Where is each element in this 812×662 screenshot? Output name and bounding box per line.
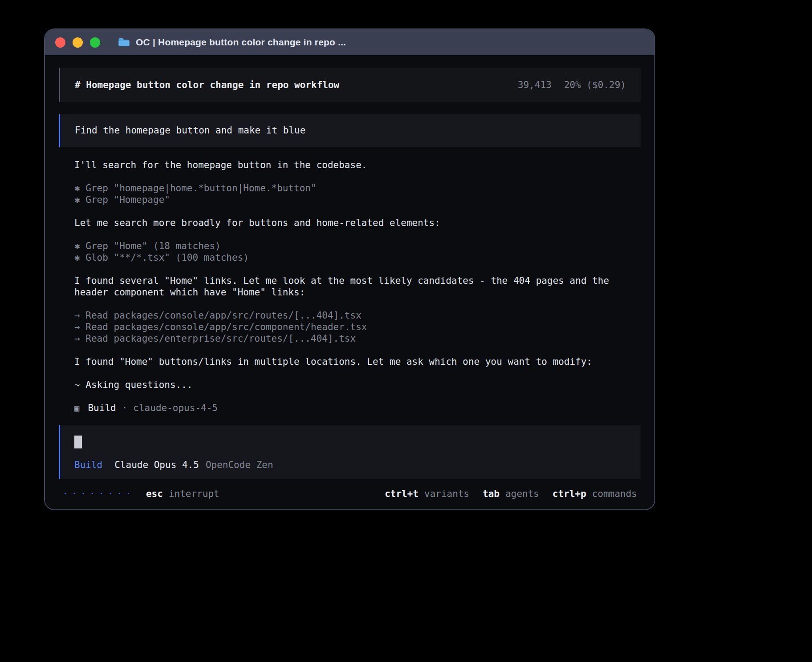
- spinner-dots-icon: ········: [62, 488, 134, 499]
- status-right: ctrl+t variants tab agents ctrl+p comman…: [371, 488, 637, 499]
- session-title: # Homepage button color change in repo w…: [75, 80, 339, 90]
- agent-icon: ▣: [74, 402, 79, 414]
- traffic-lights: [55, 37, 107, 48]
- assistant-text-broaden: Let me search more broadly for buttons a…: [74, 217, 641, 229]
- window-titlebar[interactable]: OC | Homepage button color change in rep…: [45, 29, 654, 55]
- user-message: Find the homepage button and make it blu…: [59, 114, 641, 147]
- esc-key-hint: esc: [146, 488, 163, 499]
- prompt-input[interactable]: Build Claude Opus 4.5 OpenCode Zen: [59, 425, 641, 479]
- agent-separator: ·: [122, 402, 128, 414]
- shortcut-commands: ctrl+p commands: [552, 488, 637, 499]
- status-bar: ········ esc interrupt ctrl+t variants t…: [59, 488, 641, 499]
- assistant-text-found: I found "Home" buttons/links in multiple…: [74, 356, 641, 367]
- terminal-window: OC | Homepage button color change in rep…: [44, 28, 655, 510]
- model-name[interactable]: Claude Opus 4.5: [114, 460, 199, 470]
- agent-model-name: claude-opus-4-5: [133, 402, 218, 414]
- assistant-text-candidates: I found several "Home" links. Let me loo…: [74, 275, 641, 298]
- assistant-transcript: I'll search for the homepage button in t…: [74, 159, 641, 414]
- shortcut-key: ctrl+t: [385, 488, 418, 499]
- shortcut-key: tab: [483, 488, 499, 499]
- agent-name: Build: [88, 402, 116, 414]
- shortcut-label: commands: [592, 488, 637, 499]
- shortcut-key: ctrl+p: [552, 488, 586, 499]
- session-stats: 39,413 20% ($0.29): [518, 80, 626, 90]
- shortcut-label: agents: [505, 488, 539, 499]
- assistant-status-asking: ~ Asking questions...: [74, 379, 641, 391]
- session-header: # Homepage button color change in repo w…: [59, 68, 641, 102]
- minimize-button[interactable]: [73, 37, 83, 48]
- context-percent-cost: 20% ($0.29): [564, 80, 626, 90]
- tool-call-glob: ✱ Glob "**/*.tsx" (100 matches): [74, 252, 641, 263]
- folder-icon: [118, 37, 130, 47]
- tool-call-group: → Read packages/console/app/src/routes/[…: [74, 310, 641, 344]
- window-title-group: OC | Homepage button color change in rep…: [118, 37, 346, 48]
- close-button[interactable]: [55, 37, 65, 48]
- esc-action-label: interrupt: [169, 488, 219, 499]
- tool-call-group: ✱ Grep "Home" (18 matches) ✱ Glob "**/*.…: [74, 240, 641, 263]
- tool-call-grep-1: ✱ Grep "homepage|home.*button|Home.*butt…: [74, 182, 641, 194]
- agent-mode-label[interactable]: Build: [74, 460, 102, 470]
- shortcut-agents: tab agents: [483, 488, 539, 499]
- tool-call-read-1: → Read packages/console/app/src/routes/[…: [74, 310, 641, 321]
- assistant-text-intro: I'll search for the homepage button in t…: [74, 159, 641, 171]
- token-count: 39,413: [518, 80, 552, 90]
- tool-call-read-3: → Read packages/enterprise/src/routes/[.…: [74, 333, 641, 344]
- tool-call-group: ✱ Grep "homepage|home.*button|Home.*butt…: [74, 182, 641, 206]
- shortcut-variants: ctrl+t variants: [385, 488, 469, 499]
- user-message-text: Find the homepage button and make it blu…: [75, 125, 305, 136]
- text-cursor: [74, 436, 82, 448]
- tool-call-read-2: → Read packages/console/app/src/componen…: [74, 321, 641, 333]
- status-left: ········ esc interrupt: [62, 488, 219, 499]
- input-status-line: Build Claude Opus 4.5 OpenCode Zen: [74, 460, 626, 470]
- tool-call-grep-2: ✱ Grep "Homepage": [74, 194, 641, 206]
- terminal-content: # Homepage button color change in repo w…: [45, 55, 654, 509]
- tool-call-grep-3: ✱ Grep "Home" (18 matches): [74, 240, 641, 252]
- maximize-button[interactable]: [90, 37, 100, 48]
- provider-name: OpenCode Zen: [206, 460, 273, 470]
- shortcut-label: variants: [424, 488, 469, 499]
- agent-status-line: ▣ Build · claude-opus-4-5: [74, 402, 641, 414]
- window-title: OC | Homepage button color change in rep…: [136, 37, 346, 48]
